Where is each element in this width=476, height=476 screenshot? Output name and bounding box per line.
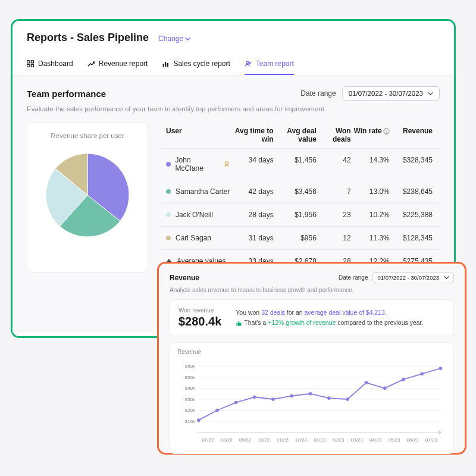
- data-point[interactable]: [383, 387, 387, 390]
- svg-point-7: [246, 61, 249, 64]
- x-tick-label: 01/23: [314, 437, 326, 443]
- data-point[interactable]: [290, 394, 293, 398]
- x-tick-label: 07/23: [425, 437, 438, 443]
- tab-team-report[interactable]: Team report: [245, 55, 294, 75]
- table-row[interactable]: John McClane 34 days $1,456 42 14.3% $32…: [159, 148, 440, 180]
- user-name: Carl Sagan: [176, 234, 211, 242]
- data-point[interactable]: [271, 397, 275, 401]
- y-tick-label: $50k: [185, 375, 196, 380]
- pie-card: Revenue share per user: [27, 122, 148, 273]
- x-tick-label: 03/23: [351, 437, 364, 443]
- y-tick-label: $30k: [185, 397, 196, 402]
- svg-point-8: [249, 62, 250, 64]
- data-point[interactable]: [420, 372, 424, 376]
- svg-rect-6: [167, 62, 168, 67]
- data-point[interactable]: [197, 418, 201, 422]
- cell-avg-time: 42 days: [230, 187, 273, 196]
- cell-winrate: 14.3%: [351, 156, 390, 173]
- deals-link[interactable]: 32 deals: [261, 309, 285, 316]
- x-tick-label: 11/22: [277, 437, 289, 443]
- th-win-rate: Win rate?: [351, 127, 390, 143]
- section-title: Team performance: [27, 89, 106, 99]
- th-avg-deal: Avg deal value: [274, 127, 317, 143]
- tab-revenue-report[interactable]: Revenue report: [87, 55, 148, 75]
- user-color-dot: [166, 189, 171, 194]
- table-header: User Avg time to win Avg deal value Won …: [159, 122, 440, 148]
- table-row[interactable]: Jack O'Neill 28 days $1,956 23 10.2% $22…: [159, 203, 440, 226]
- data-point[interactable]: [215, 409, 219, 412]
- user-name: Jack O'Neill: [176, 211, 213, 219]
- dashboard-icon: [27, 60, 35, 68]
- y-tick-label: $60k: [185, 364, 196, 369]
- revenue-chart-card: Revenue $10k$20k$30k$40k$50k$60k07/2208/…: [170, 342, 454, 454]
- revenue-line-chart: $10k$20k$30k$40k$50k$60k07/2208/2209/221…: [177, 358, 446, 450]
- th-won: Won deals: [317, 127, 351, 143]
- svg-rect-3: [31, 64, 33, 67]
- revenue-description: Analyze sales revenue to measure busines…: [170, 287, 454, 293]
- tab-dashboard[interactable]: Dashboard: [27, 55, 73, 75]
- date-range-label: Date range: [300, 89, 336, 98]
- tab-label: Dashboard: [38, 60, 73, 68]
- tabs: Dashboard Revenue report Sales cycle rep…: [12, 55, 454, 76]
- th-avg-time: Avg time to win: [230, 127, 273, 143]
- cell-winrate: 10.2%: [351, 211, 390, 219]
- data-point[interactable]: [253, 395, 256, 399]
- y-tick-label: $10k: [185, 419, 196, 424]
- chevron-down-icon: [428, 91, 433, 96]
- thumbs-up-icon: [236, 320, 242, 327]
- svg-text:?: ?: [385, 129, 387, 133]
- svg-rect-0: [27, 60, 30, 62]
- tab-label: Revenue report: [99, 60, 148, 68]
- cell-avg-time: 31 days: [230, 234, 273, 242]
- revenue-date-range-select[interactable]: 01/07/2022 - 30/07/2023: [372, 272, 454, 283]
- won-revenue-label: Won revenue: [178, 307, 221, 314]
- th-revenue: Revenue: [390, 127, 433, 143]
- data-point[interactable]: [327, 396, 331, 400]
- section-description: Evaluate the sales performance of your t…: [27, 105, 440, 112]
- date-range-select[interactable]: 01/07/2022 - 30/07/2023: [342, 86, 440, 101]
- cell-avg-time: 28 days: [230, 211, 273, 219]
- help-icon[interactable]: ?: [383, 128, 390, 134]
- pie-title: Revenue share per user: [35, 132, 140, 139]
- cell-revenue: $238,645: [390, 187, 433, 196]
- svg-rect-2: [27, 64, 30, 67]
- revenue-date-range-group: Date range 01/07/2022 - 30/07/2023: [339, 272, 454, 283]
- user-color-dot: [166, 212, 171, 217]
- data-point[interactable]: [439, 367, 443, 370]
- tab-sales-cycle-report[interactable]: Sales cycle report: [162, 55, 230, 75]
- user-color-dot: [166, 236, 171, 240]
- data-point[interactable]: [402, 378, 405, 381]
- date-range-value: 01/07/2022 - 30/07/2023: [349, 90, 423, 97]
- x-tick-label: 05/23: [388, 437, 400, 443]
- change-report-link[interactable]: Change: [158, 35, 190, 43]
- svg-rect-5: [165, 62, 167, 67]
- tab-label: Sales cycle report: [173, 60, 230, 68]
- th-user: User: [166, 127, 230, 143]
- y-tick-label: $40k: [185, 386, 196, 391]
- revenue-summary-text: You won 32 deals for an average deal val…: [236, 308, 423, 328]
- table-row[interactable]: Samantha Carter 42 days $3,456 7 13.0% $…: [159, 180, 440, 203]
- data-point[interactable]: [309, 392, 312, 396]
- performance-table: User Avg time to win Avg deal value Won …: [159, 122, 440, 273]
- svg-rect-4: [163, 64, 164, 67]
- cell-winrate: 13.0%: [351, 187, 390, 196]
- x-tick-label: 09/22: [239, 437, 252, 443]
- growth-value: +12% growth of revenue: [268, 319, 336, 326]
- x-tick-label: 12/22: [295, 437, 308, 443]
- x-tick-label: 08/22: [221, 437, 233, 443]
- user-color-dot: [166, 162, 171, 167]
- table-row[interactable]: Carl Sagan 31 days $956 12 11.3% $128,34…: [159, 226, 440, 249]
- x-tick-label: 06/23: [407, 437, 419, 443]
- chart-title: Revenue: [177, 349, 446, 355]
- user-name: Samantha Carter: [176, 187, 230, 196]
- data-point[interactable]: [365, 381, 368, 384]
- avg-deal-link[interactable]: average deal value of $4,213: [305, 309, 385, 316]
- cell-winrate: 11.3%: [351, 234, 390, 242]
- cell-won: 23: [317, 211, 351, 219]
- x-tick-label: 10/22: [258, 437, 270, 443]
- data-point[interactable]: [346, 397, 349, 401]
- data-point[interactable]: [234, 401, 238, 405]
- cell-avg-time: 34 days: [230, 156, 273, 173]
- cell-revenue: $225,388: [390, 211, 433, 219]
- cell-revenue: $328,345: [390, 156, 433, 173]
